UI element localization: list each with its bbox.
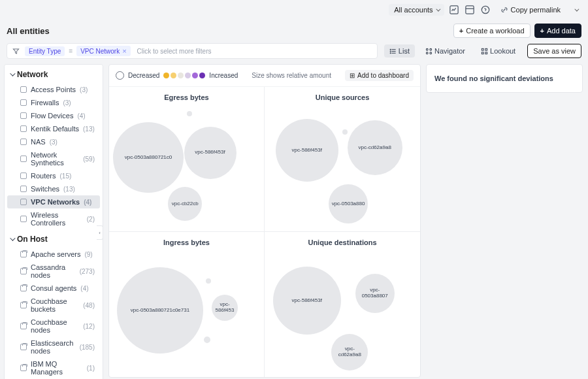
filter-icon	[11, 48, 21, 55]
chart-bubble[interactable]: vpc-0503a880721c0e731	[117, 267, 203, 354]
sidebar-item[interactable]: Access Points(3)	[7, 83, 100, 96]
sidebar-item[interactable]: VPC Networks(4)	[7, 195, 100, 208]
svg-point-7	[390, 49, 391, 50]
filter-chip-entity-type[interactable]: Entity Type	[25, 46, 65, 56]
host-icon	[20, 268, 27, 274]
legend-color-scale	[163, 73, 205, 78]
sidebar-item[interactable]: Apache servers(9)	[7, 248, 100, 261]
svg-point-3	[482, 6, 489, 13]
chart-bubble[interactable]: vpc-cd62a9a8	[331, 334, 368, 371]
bubble-chart: vpc-0503a880721c0vpc-586f453fvpc-cb22cb	[113, 104, 260, 226]
chart-bubble[interactable]: vpc-586f453f	[273, 267, 341, 335]
deviations-message: We found no significant deviations	[434, 74, 553, 82]
filter-input[interactable]: Entity Type = VPC Network × Click to sel…	[7, 43, 378, 59]
sidebar-item-label: Cassandra nodes	[31, 263, 76, 279]
sidebar-item[interactable]: Couchbase buckets(48)	[7, 295, 100, 316]
host-icon	[20, 251, 27, 257]
checkbox-icon	[20, 112, 27, 119]
sidebar-item[interactable]: Wireless Controllers(2)	[7, 208, 100, 229]
chart-bubble[interactable]	[342, 129, 348, 135]
account-selector[interactable]: All accounts	[389, 4, 444, 16]
filter-chip-vpc-network[interactable]: VPC Network ×	[76, 46, 130, 56]
chart-bubble[interactable]: vpc-586f453f	[184, 127, 237, 179]
bubble-label: vpc-0503a8807	[358, 288, 392, 299]
create-workload-button[interactable]: + Create a workload	[453, 24, 531, 38]
sidebar-item-label: Couchbase buckets	[31, 297, 79, 313]
add-to-dashboard-label: Add to dashboard	[357, 72, 409, 79]
chart-bubble[interactable]: vpc-0503a8807	[355, 274, 395, 313]
sidebar-item-label: Wireless Controllers	[31, 211, 83, 227]
legend-dot	[185, 73, 191, 78]
legend-dot	[163, 73, 169, 78]
sidebar-group-label: On Host	[17, 235, 48, 244]
sidebar-item[interactable]: Network Synthetics(59)	[7, 148, 100, 169]
chart-bubble[interactable]: vpc-cb22cb	[168, 187, 202, 221]
chart-bubble[interactable]: vpc-0503a880721c0	[113, 122, 184, 193]
host-icon	[20, 365, 27, 371]
chart-bubble[interactable]: vpc-0503a880	[329, 184, 368, 223]
chevron-down-icon	[10, 235, 15, 240]
chart-bubble[interactable]	[206, 278, 211, 284]
list-icon	[389, 48, 397, 55]
view-tab-lookout[interactable]: Lookout	[476, 44, 521, 58]
sidebar-item[interactable]: Elasticsearch nodes(185)	[7, 337, 100, 357]
checkbox-icon	[20, 156, 27, 162]
sidebar-item-label: Couchbase nodes	[31, 318, 79, 334]
sidebar-item[interactable]: Couchbase nodes(12)	[7, 316, 100, 337]
chart-bubble[interactable]	[204, 337, 210, 343]
host-icon	[20, 323, 27, 329]
sidebar-group-header[interactable]: On Host	[5, 229, 103, 248]
view-tab-list-label: List	[399, 47, 410, 55]
svg-point-11	[430, 48, 432, 50]
sidebar-item[interactable]: Firewalls(3)	[7, 96, 100, 109]
chip-label: Entity Type	[29, 48, 61, 55]
chart-cell: Ingress bytesvpc-0503a880721c0e731vpc-58…	[109, 232, 265, 377]
chart-bubble[interactable]: vpc-cd62a9a8	[348, 120, 402, 175]
chart-bubble[interactable]	[187, 111, 192, 116]
layout-icon[interactable]	[464, 4, 476, 16]
checkbox-icon	[20, 125, 27, 132]
checkbox-icon	[20, 216, 27, 222]
gear-icon[interactable]	[116, 71, 124, 80]
chart-bubble[interactable]: vpc-586f453f	[276, 119, 338, 182]
metrics-icon[interactable]	[448, 4, 460, 16]
sidebar-item[interactable]: Kentik Defaults(13)	[7, 122, 100, 135]
sidebar-group-header[interactable]: Network	[5, 65, 103, 83]
sidebar-item[interactable]: Consul agents(4)	[7, 282, 100, 295]
view-tab-navigator[interactable]: Navigator	[420, 44, 470, 58]
sidebar-item-count: (48)	[83, 302, 95, 309]
chip-label: VPC Network	[80, 48, 120, 55]
sidebar-item[interactable]: Flow Devices(4)	[7, 109, 100, 122]
help-icon[interactable]	[480, 4, 491, 16]
sidebar-item-label: Network Synthetics	[31, 151, 79, 167]
filter-placeholder: Click to select more filters	[135, 48, 212, 55]
chart-title: Ingress bytes	[113, 239, 260, 246]
sidebar-collapse-handle[interactable]: ‹	[97, 225, 103, 240]
svg-rect-15	[485, 48, 487, 50]
add-data-button[interactable]: + Add data	[534, 24, 581, 38]
copy-permalink-button[interactable]: Copy permalink	[495, 4, 566, 16]
add-to-dashboard-button[interactable]: ⊞ Add to dashboard	[345, 70, 414, 81]
visualization-panel: Decreased Increased Size shows relative …	[108, 64, 421, 378]
sidebar-item-count: (185)	[80, 344, 95, 351]
create-workload-label: Create a workload	[466, 27, 524, 35]
close-icon[interactable]: ×	[122, 47, 126, 55]
bubble-label: vpc-586f453f	[292, 298, 322, 304]
sidebar-item[interactable]: Switches(13)	[7, 182, 100, 195]
sidebar-item-count: (4)	[77, 112, 85, 120]
bubble-chart: vpc-586f453fvpc-0503a8807vpc-cd62a9a8	[269, 249, 416, 372]
sidebar-item-count: (12)	[83, 323, 95, 330]
chevron-down-icon	[10, 71, 15, 76]
bubble-label: vpc-586f453f	[195, 150, 225, 156]
view-tab-list[interactable]: List	[384, 44, 415, 58]
checkbox-icon	[20, 186, 27, 192]
sidebar-item-count: (4)	[80, 285, 88, 292]
sidebar-item[interactable]: NAS(3)	[7, 135, 100, 148]
sidebar-item[interactable]: Cassandra nodes(273)	[7, 261, 100, 282]
chevron-down-icon[interactable]	[570, 4, 581, 16]
sidebar-item-count: (1)	[87, 365, 95, 372]
save-as-view-button[interactable]: Save as view	[527, 44, 581, 58]
sidebar-item[interactable]: IBM MQ Managers(1)	[7, 357, 100, 378]
chart-bubble[interactable]: vpc-586f453	[212, 295, 238, 321]
sidebar-item[interactable]: Routers(15)	[7, 169, 100, 182]
